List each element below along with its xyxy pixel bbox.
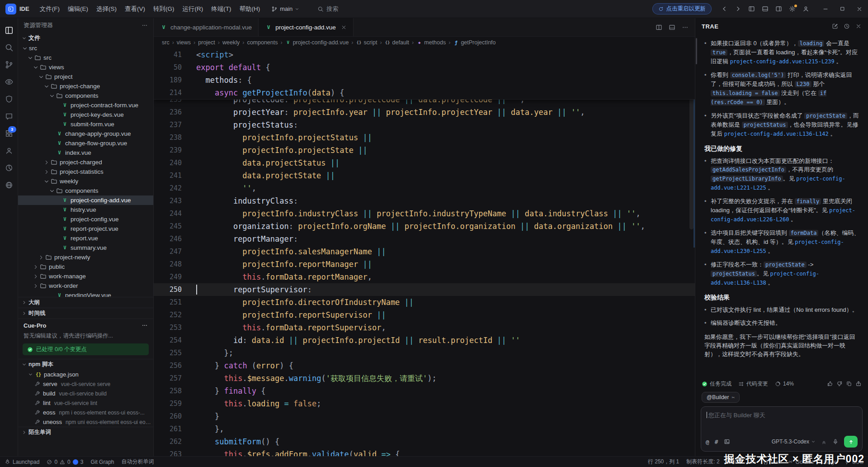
code-line-249[interactable]: 249 this.formData.reportManager,	[154, 271, 695, 283]
code-line-41[interactable]: 41<script>	[154, 48, 695, 61]
line-number[interactable]: 247	[154, 245, 192, 258]
tree-item-submit-form.vue[interactable]: Vsubmit-form.vue	[18, 119, 153, 129]
code-line-248[interactable]: 248 projectInfo.reportManager ||	[154, 258, 695, 271]
breadcrumb-item[interactable]: components	[247, 39, 278, 46]
code-line-239[interactable]: 239 projectInfo.projectState ||	[154, 144, 695, 157]
file-link[interactable]: project-config-add.vue:L136-L142	[724, 131, 829, 137]
menu-item-1[interactable]: 编辑(E)	[64, 3, 92, 15]
line-number[interactable]: 250	[154, 283, 192, 296]
more-actions-icon[interactable]	[682, 24, 689, 31]
export-icon[interactable]	[855, 381, 862, 387]
line-number[interactable]: 246	[154, 233, 192, 245]
activity-usage[interactable]	[0, 159, 18, 176]
close-panel-icon[interactable]	[855, 23, 862, 29]
send-button[interactable]	[844, 436, 858, 448]
code-line-236[interactable]: 236 projectYear: projectInfo.year || pro…	[154, 106, 695, 119]
builder-context-chip[interactable]: @Builder ✂	[702, 392, 740, 403]
line-number[interactable]: 245	[154, 220, 192, 233]
line-number[interactable]: 239	[154, 144, 192, 157]
more-actions-icon[interactable]	[142, 22, 148, 29]
code-line-245[interactable]: 245 organization: projectInfo.orgName ||…	[154, 220, 695, 233]
auto-words-button[interactable]: 自动分析单词	[121, 458, 154, 466]
cursor-position[interactable]: 行 250，列 1	[648, 458, 679, 466]
code-line-238[interactable]: 238 projectInfo.projectStatus ||	[154, 131, 695, 144]
cue-pro-header[interactable]: Cue-Pro	[18, 319, 153, 332]
code-line-243[interactable]: 243 industryClass:	[154, 195, 695, 207]
line-number[interactable]: 255	[154, 347, 192, 359]
npm-script-serve[interactable]: servevue-cli-service serve	[18, 379, 153, 389]
tree-item-project-charged[interactable]: project-charged	[18, 157, 153, 167]
timeline-section-header[interactable]: 时间线	[18, 308, 153, 319]
tree-item-change-flow-group.vue[interactable]: Vchange-flow-group.vue	[18, 138, 153, 148]
tree-item-histry.vue[interactable]: Vhistry.vue	[18, 205, 153, 214]
global-search[interactable]: 搜索	[317, 5, 338, 13]
branch-selector[interactable]: main	[271, 5, 299, 12]
line-number[interactable]: 260	[154, 410, 192, 423]
tab-size-indicator[interactable]: 制表符长度: 2	[686, 458, 719, 466]
menu-item-4[interactable]: 转到(G)	[149, 3, 179, 15]
maximize-icon[interactable]	[840, 6, 845, 12]
launchpad-button[interactable]: Launchpad	[5, 459, 39, 465]
line-number[interactable]: 256	[154, 359, 192, 372]
npm-scripts-header[interactable]: npm 脚本	[18, 359, 153, 370]
back-icon[interactable]	[721, 5, 728, 12]
tree-item-work-order[interactable]: work-order	[18, 281, 153, 291]
activity-source-control[interactable]	[0, 56, 18, 73]
code-line-214[interactable]: 214 async getProjectInfo(data) {	[154, 86, 695, 99]
npm-script-lint[interactable]: lintvue-cli-service lint	[18, 398, 153, 408]
code-line-263[interactable]: 263 this.$refs.addForm.validate(valid =>…	[154, 448, 695, 456]
breadcrumb-item[interactable]: src	[162, 39, 170, 46]
files-section-header[interactable]: 文件	[18, 33, 153, 43]
line-number[interactable]: 189	[154, 74, 192, 86]
thumbs-down-icon[interactable]	[836, 381, 843, 387]
close-tab-icon[interactable]	[341, 24, 347, 30]
code-line-240[interactable]: 240 data.projectStatus ||	[154, 157, 695, 169]
image-attach-icon[interactable]	[724, 438, 730, 445]
menu-item-5[interactable]: 运行(R)	[178, 3, 207, 15]
npm-script-uneoss[interactable]: uneossnpm uni eoss-element eoss-ui eoss-…	[18, 417, 153, 427]
menu-item-7[interactable]: 帮助(H)	[235, 3, 264, 15]
chat-input[interactable]: 您正在与 Builder 聊天 @ # GPT-5.3-Codex	[701, 406, 863, 452]
code-line-254[interactable]: 254 id: data.id || projectInfo.projectId…	[154, 334, 695, 347]
tree-item-components[interactable]: components	[18, 186, 153, 195]
line-number[interactable]: 254	[154, 334, 192, 347]
code-line-246[interactable]: 246 reportManager:	[154, 233, 695, 245]
line-number[interactable]: 262	[154, 435, 192, 448]
mic-icon[interactable]	[832, 438, 839, 445]
model-selector[interactable]: GPT-5.3-Codex	[772, 438, 816, 445]
minimize-icon[interactable]	[822, 6, 829, 12]
line-number[interactable]: 237	[154, 119, 192, 131]
tree-item-change-apply-group.vue[interactable]: Vchange-apply-group.vue	[18, 129, 153, 138]
tree-item-src[interactable]: src	[18, 43, 153, 53]
activity-search[interactable]	[0, 39, 18, 56]
line-number[interactable]: 263	[154, 448, 192, 456]
code-line-50[interactable]: 50export default {	[154, 61, 695, 74]
line-number[interactable]: 236	[154, 106, 192, 119]
activity-comments[interactable]	[0, 108, 18, 125]
activity-preview[interactable]	[0, 73, 18, 91]
hash-icon[interactable]: #	[715, 438, 718, 445]
toggle-sidebar-icon[interactable]	[748, 5, 755, 12]
forward-icon[interactable]	[735, 5, 741, 12]
breadcrumb-item[interactable]: views	[177, 39, 191, 46]
code-line-256[interactable]: 256 } catch (error) {	[154, 359, 695, 372]
code-line-244[interactable]: 244 projectInfo.industryClass || project…	[154, 207, 695, 220]
tree-item-project-config.vue[interactable]: Vproject-config.vue	[18, 214, 153, 224]
tree-item-project-key-des.vue[interactable]: Vproject-key-des.vue	[18, 110, 153, 119]
tree-item-pendingView.vue[interactable]: VpendingView.vue	[18, 291, 153, 297]
close-window-icon[interactable]	[856, 6, 863, 12]
breadcrumb-item[interactable]: ƒgetProjectInfo	[453, 39, 495, 46]
code-editor[interactable]: 41<script>50export default {189 methods:…	[154, 48, 695, 456]
copy-icon[interactable]	[846, 381, 852, 387]
line-number[interactable]: 50	[154, 61, 192, 74]
line-number[interactable]: 258	[154, 385, 192, 397]
code-line-189[interactable]: 189 methods: {	[154, 74, 695, 86]
account-icon[interactable]	[802, 5, 809, 12]
tree-item-components[interactable]: components	[18, 91, 153, 100]
line-number[interactable]: 249	[154, 271, 192, 283]
code-line-253[interactable]: 253 this.formData.reportSupervisor,	[154, 321, 695, 334]
line-number[interactable]: 253	[154, 321, 192, 334]
settings-button[interactable]	[789, 5, 796, 12]
line-number[interactable]: 261	[154, 423, 192, 435]
code-line-255[interactable]: 255 };	[154, 347, 695, 359]
